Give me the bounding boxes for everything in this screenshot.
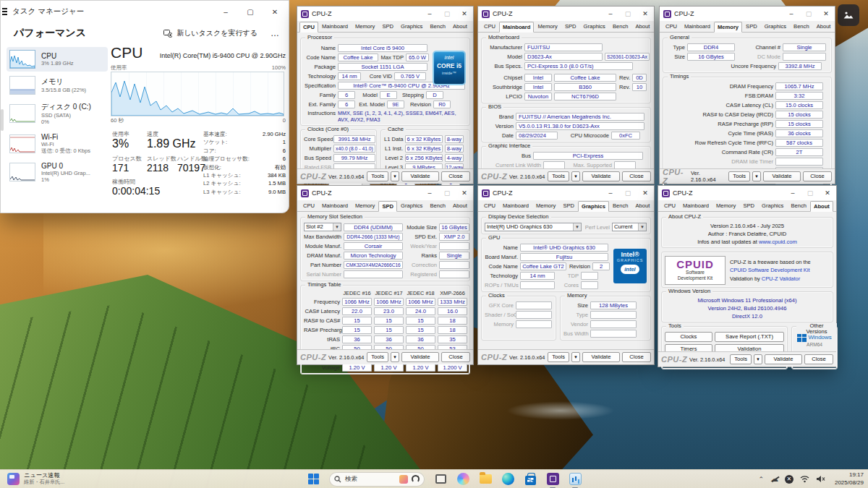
cpuid-link[interactable]: www.cpuid.com (759, 239, 797, 245)
close-dialog-button[interactable]: Close (622, 352, 651, 362)
start-button[interactable] (307, 473, 320, 486)
validate-button[interactable]: Validate (763, 171, 801, 181)
save-report-txt-button[interactable]: Save Report (.TXT) (715, 332, 784, 342)
validate-button[interactable]: Validate (401, 352, 439, 362)
close-dialog-button[interactable]: Close (804, 354, 833, 364)
tray-blocked-icon[interactable]: ✕ (785, 475, 793, 484)
tools-button[interactable]: Tools (367, 171, 388, 181)
tab-bench[interactable]: Bench (609, 200, 632, 211)
onedrive-paused-icon[interactable]: ☁ (770, 475, 778, 483)
close-button[interactable]: ✕ (637, 7, 654, 21)
close-button[interactable]: ✕ (637, 186, 654, 200)
tab-memory[interactable]: Memory (352, 21, 378, 32)
tab-cpu[interactable]: CPU (662, 21, 681, 32)
tab-spd[interactable]: SPD (559, 200, 578, 211)
tools-dropdown-button[interactable]: ▼ (391, 171, 399, 181)
close-button[interactable]: ✕ (456, 7, 473, 21)
slot-selector[interactable]: Slot #2▼ (304, 223, 341, 231)
close-button[interactable]: ✕ (817, 7, 835, 21)
tab-memory[interactable]: Memory (714, 22, 742, 33)
tab-memory[interactable]: Memory (712, 200, 739, 211)
tab-bench[interactable]: Bench (787, 200, 810, 211)
search-box[interactable]: 検索 (329, 472, 425, 487)
tab-bench[interactable]: Bench (426, 21, 449, 32)
tab-about[interactable]: About (449, 200, 471, 211)
tab-bench[interactable]: Bench (790, 21, 813, 32)
sidebar-item-gpu[interactable]: GPU 0Intel(R) UHD Grap...1% (7, 159, 108, 187)
sidebar-item-wifi[interactable]: Wi-FiWi-Fi送信: 0 受信: 0 Kbps (7, 130, 108, 158)
hamburger-icon[interactable] (2, 8, 7, 9)
tools-dropdown-button[interactable]: ▼ (754, 354, 762, 364)
task-view-button[interactable] (434, 473, 447, 486)
tab-memory[interactable]: Memory (532, 200, 559, 211)
tab-mainboard[interactable]: Mainboard (499, 200, 532, 211)
validate-button[interactable]: Validate (765, 354, 802, 364)
tab-mainboard[interactable]: Mainboard (318, 200, 352, 211)
minimize-button[interactable]: – (213, 1, 238, 22)
tray-chevron-icon[interactable]: ⌃ (758, 476, 764, 483)
task-manager-taskbar-button[interactable] (569, 473, 582, 486)
tab-mainboard[interactable]: Mainboard (318, 21, 352, 32)
tab-about[interactable]: About (631, 200, 653, 211)
titlebar[interactable]: CPU-Z –▢✕ (478, 7, 654, 21)
tab-spd[interactable]: SPD (378, 21, 397, 32)
tools-dropdown-button[interactable]: ▼ (571, 352, 580, 362)
wifi-icon[interactable] (800, 475, 809, 483)
tools-button[interactable]: Tools (548, 352, 569, 362)
close-button[interactable]: ✕ (819, 186, 836, 200)
tab-mainboard[interactable]: Mainboard (679, 200, 712, 211)
close-dialog-button[interactable]: Close (803, 171, 832, 181)
tab-bench[interactable]: Bench (426, 200, 449, 211)
tab-spd[interactable]: SPD (561, 21, 580, 32)
minimize-button[interactable]: – (784, 186, 801, 200)
validator-link[interactable]: CPU-Z Validator (762, 275, 800, 282)
titlebar[interactable]: CPU-Z –▢✕ (297, 7, 473, 21)
tab-graphics[interactable]: Graphics (761, 21, 790, 32)
validate-button[interactable]: Validate (401, 171, 439, 181)
display-device-selector[interactable]: Intel(R) UHD Graphics 630▼ (485, 223, 582, 231)
tools-button[interactable]: Tools (548, 171, 569, 181)
more-menu-button[interactable]: … (271, 28, 280, 38)
tab-memory[interactable]: Memory (534, 21, 561, 32)
cpuz-taskbar-button[interactable] (546, 473, 559, 486)
tray-clock[interactable]: 19:17 2025/08/29 (835, 471, 864, 487)
tools-dropdown-button[interactable]: ▼ (752, 171, 761, 181)
tab-graphics[interactable]: Graphics (397, 21, 426, 32)
titlebar[interactable]: CPU-Z –▢✕ (658, 186, 836, 200)
tab-graphics[interactable]: Graphics (578, 201, 609, 212)
tools-dropdown-button[interactable]: ▼ (571, 171, 580, 181)
tab-cpu[interactable]: CPU (480, 21, 499, 32)
validate-button[interactable]: Validate (582, 352, 620, 362)
tab-about[interactable]: About (810, 201, 833, 212)
tab-spd[interactable]: SPD (378, 201, 397, 212)
tab-graphics[interactable]: Graphics (397, 200, 426, 211)
tab-graphics[interactable]: Graphics (758, 200, 787, 211)
validate-button[interactable]: Validate (582, 171, 620, 181)
tools-button[interactable]: Tools (728, 171, 750, 181)
close-dialog-button[interactable]: Close (622, 171, 651, 181)
tools-button[interactable]: Tools (367, 352, 388, 362)
tools-dropdown-button[interactable]: ▼ (391, 352, 399, 362)
tab-spd[interactable]: SPD (742, 21, 761, 32)
tab-about[interactable]: About (631, 21, 653, 32)
minimize-button[interactable]: – (783, 7, 800, 21)
titlebar[interactable]: CPU-Z –▢✕ (297, 186, 473, 200)
close-button[interactable]: ✕ (456, 186, 473, 200)
minimize-button[interactable]: – (421, 7, 438, 21)
minimize-button[interactable]: – (602, 186, 619, 200)
titlebar[interactable]: CPU-Z –▢✕ (478, 186, 654, 200)
close-dialog-button[interactable]: Close (441, 352, 470, 362)
minimize-button[interactable]: – (602, 7, 619, 21)
clocks-button[interactable]: Clocks (665, 332, 712, 342)
tab-memory[interactable]: Memory (352, 200, 378, 211)
minimize-button[interactable]: – (421, 186, 438, 200)
perf-level-selector[interactable]: Current▼ (612, 223, 647, 231)
tab-bench[interactable]: Bench (609, 21, 632, 32)
tab-mainboard[interactable]: Mainboard (681, 21, 714, 32)
volume-muted-icon[interactable] (816, 475, 825, 483)
file-explorer-button[interactable] (479, 473, 492, 486)
photo-viewer-icon[interactable] (838, 4, 859, 26)
sidebar-item-memory[interactable]: メモリ3.5/15.8 GB (22%) (7, 73, 108, 98)
sidebar-item-disk[interactable]: ディスク 0 (C:)SSD (SATA)0% (7, 99, 108, 129)
sdk-link[interactable]: CPUID Software Development Kit (730, 266, 811, 274)
